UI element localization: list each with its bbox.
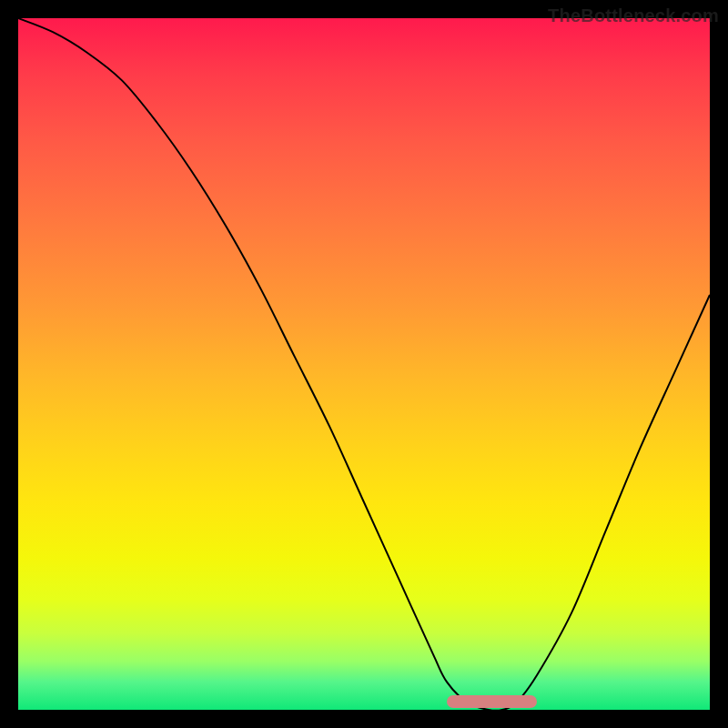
optimal-marker [447,695,537,708]
plot-area [18,18,710,710]
curve-svg [18,18,710,710]
chart-stage: TheBottleneck.com [0,0,728,728]
bottleneck-curve [18,18,710,710]
watermark: TheBottleneck.com [548,5,719,26]
